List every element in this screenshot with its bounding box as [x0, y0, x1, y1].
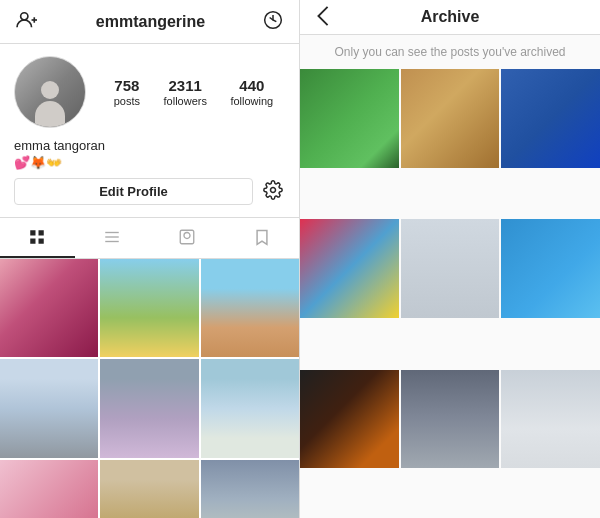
svg-point-0	[21, 13, 28, 20]
grid-item[interactable]	[201, 359, 299, 457]
archive-item[interactable]	[401, 69, 500, 168]
followers-count: 2311	[169, 77, 202, 95]
followers-label: followers	[164, 95, 207, 107]
history-button[interactable]	[261, 8, 285, 35]
svg-rect-5	[31, 230, 36, 235]
username-header: emmtangerine	[96, 13, 205, 31]
svg-rect-6	[39, 230, 44, 235]
grid-item[interactable]	[100, 460, 198, 518]
edit-profile-button[interactable]: Edit Profile	[14, 178, 253, 205]
archive-item[interactable]	[401, 370, 500, 469]
archive-item[interactable]	[300, 219, 399, 318]
settings-button[interactable]	[261, 178, 285, 205]
archive-item[interactable]	[501, 219, 600, 318]
left-top-bar: emmtangerine	[0, 0, 299, 44]
profile-bio: 💕🦊👐	[14, 155, 285, 170]
svg-point-4	[271, 188, 276, 193]
archive-item[interactable]	[501, 69, 600, 168]
back-button[interactable]	[314, 3, 332, 32]
following-label: following	[230, 95, 273, 107]
edit-profile-row: Edit Profile	[14, 178, 285, 205]
archive-item[interactable]	[300, 69, 399, 168]
right-top-bar: Archive	[300, 0, 600, 35]
avatar	[14, 56, 86, 128]
posts-stat[interactable]: 758 posts	[114, 77, 140, 107]
grid-item[interactable]	[0, 460, 98, 518]
posts-label: posts	[114, 95, 140, 107]
following-count: 440	[239, 77, 264, 95]
photo-grid	[0, 259, 299, 518]
profile-section: 758 posts 2311 followers 440 following e…	[0, 44, 299, 217]
archive-title: Archive	[314, 8, 586, 26]
profile-tabs	[0, 217, 299, 259]
profile-row: 758 posts 2311 followers 440 following	[14, 56, 285, 128]
grid-item[interactable]	[0, 359, 98, 457]
stats-row: 758 posts 2311 followers 440 following	[102, 77, 285, 107]
following-stat[interactable]: 440 following	[230, 77, 273, 107]
grid-item[interactable]	[201, 259, 299, 357]
svg-rect-7	[31, 239, 36, 244]
grid-item[interactable]	[100, 359, 198, 457]
profile-name: emma tangoran	[14, 138, 285, 153]
archive-item[interactable]	[300, 370, 399, 469]
grid-item[interactable]	[0, 259, 98, 357]
archive-item[interactable]	[501, 370, 600, 469]
posts-count: 758	[114, 77, 139, 95]
left-panel: emmtangerine 758 p	[0, 0, 300, 518]
grid-item[interactable]	[201, 460, 299, 518]
tab-saved[interactable]	[224, 218, 299, 258]
tab-tagged[interactable]	[150, 218, 225, 258]
tab-grid[interactable]	[0, 218, 75, 258]
svg-point-12	[184, 233, 190, 239]
svg-rect-8	[39, 239, 44, 244]
right-panel: Archive Only you can see the posts you'v…	[300, 0, 600, 518]
tab-list[interactable]	[75, 218, 150, 258]
add-person-button[interactable]	[14, 8, 40, 35]
archive-notice: Only you can see the posts you've archiv…	[300, 35, 600, 69]
archive-item[interactable]	[401, 219, 500, 318]
grid-item[interactable]	[100, 259, 198, 357]
followers-stat[interactable]: 2311 followers	[164, 77, 207, 107]
archive-grid	[300, 69, 600, 518]
